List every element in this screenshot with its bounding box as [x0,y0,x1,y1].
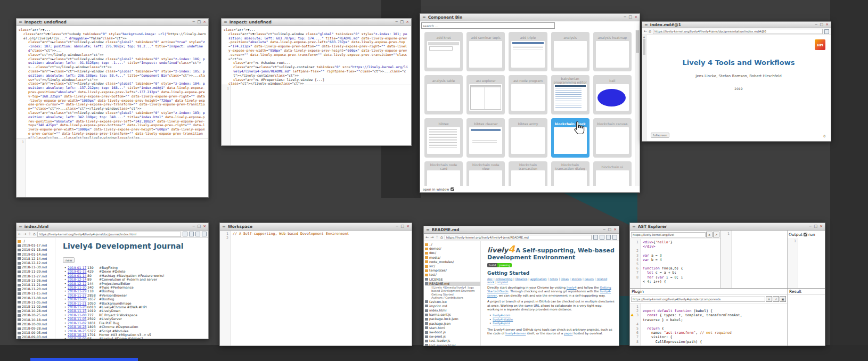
inline-link[interactable]: issues [585,277,594,281]
open-folder-icon[interactable] [189,232,194,236]
file-item[interactable]: index.html [425,308,480,313]
window-titlebar[interactable]: ≡ AST Explorer − □ × [630,223,825,231]
journal-date-link[interactable]: 2018-10-25 [68,329,87,333]
new-file-icon[interactable] [824,29,829,34]
window-readme[interactable]: ≡ README.md − □ × ← → ↑ ⌂ ../ demos/ [423,226,619,346]
back-icon[interactable]: ← [425,235,429,240]
component-card[interactable]: blockchain canvas [593,118,632,158]
journal-date-link[interactable]: 2018-11-27 [68,293,87,297]
file-item[interactable]: node_modules/ [425,260,480,264]
file-item[interactable]: 2018-09-03.md [18,335,55,339]
component-card[interactable]: blockchain ui [593,161,632,186]
file-item[interactable]: 2018-10-28.md [18,309,55,313]
window-component-bin[interactable]: ≡ Component Bin − □ × add knot add semin… [420,13,640,193]
url-input[interactable] [37,232,181,237]
inline-link[interactable]: paper [564,332,573,335]
open-folder-icon[interactable] [600,235,604,240]
component-card[interactable]: ast node program [509,75,547,114]
ast-tree-pane[interactable]: 1​ [721,231,788,288]
new-file-icon[interactable] [593,235,598,240]
window-presentation[interactable]: ≡ index.md#@1 − □ × ← ⌂ ▲ HPI Lively 4 T… [642,21,831,142]
journal-date-link[interactable]: 2019-01-15 [68,269,87,273]
window-inspector-1[interactable]: ≡ Inspect: undefined − □ × class="arr">▼… [16,18,209,198]
new-file-icon[interactable] [183,232,187,236]
source-url-input[interactable] [631,232,706,237]
window-menu-icon[interactable]: ≡ [222,225,226,229]
close-icon[interactable]: × [406,225,410,228]
plugin-editor[interactable]: 123​45678​export default function (babel… [630,303,787,346]
window-titlebar[interactable]: ≡ Inspect: undefined − □ × [222,19,411,26]
minimize-icon[interactable]: − [395,20,398,24]
window-titlebar[interactable]: ≡ README.md − □ × [424,226,619,234]
file-item[interactable]: 2018-11-08.md [18,296,55,300]
window-inspector-2[interactable]: ≡ Inspect: undefined − □ × class="arr">▼… [221,18,412,146]
repo-link[interactable]: lively4-core [493,314,510,317]
ast-pane-editor[interactable]: 1​ [721,231,787,288]
journal-date-link[interactable]: 2019-01-14 [68,274,87,277]
save-icon[interactable] [606,235,611,240]
file-item[interactable]: 2018-11-02.md [18,305,55,309]
minimize-icon[interactable]: − [192,20,195,24]
fullscreen-button[interactable]: fullscreen [651,133,669,138]
url-input[interactable] [653,29,823,34]
component-card[interactable]: analysis [551,32,589,71]
scrollbar[interactable]: ▲ [642,35,646,141]
back-icon[interactable]: ← [18,232,21,236]
file-item[interactable]: src/ [425,264,480,268]
journal-date-link[interactable]: 2018-11-08 [68,313,87,317]
inline-link[interactable]: lively4 [567,286,577,289]
search-input[interactable] [421,22,555,29]
journal-date-link[interactable]: 2018-11-20 [68,305,87,309]
component-card[interactable]: babylonian programming editor [551,75,589,114]
inline-link[interactable]: libraries [515,277,528,281]
file-item[interactable]: 2018-11-30.md [18,265,55,269]
file-item[interactable]: media/ [425,256,480,260]
journal-date-link[interactable]: 2018-10-18 [68,333,87,337]
file-item[interactable]: ../ [18,239,55,243]
journal-date-link[interactable]: 2018-11-15 [68,309,87,313]
save-icon[interactable]: ▣ [780,296,786,302]
dom-inspector-tree[interactable]: class="arr">▼...class="arr">▼class="ct">… [222,26,411,85]
file-item[interactable]: 2018-11-29.md [18,269,55,274]
close-icon[interactable]: × [406,20,409,24]
journal-date-link[interactable]: 2019-01-17 [68,266,87,269]
minimize-icon[interactable]: − [815,23,818,27]
component-card[interactable]: analysis table [424,75,463,114]
minimize-icon[interactable]: − [192,225,195,228]
file-item[interactable]: 2019-01-15.md [18,248,55,252]
window-titlebar[interactable]: ≡ Inspect: undefined − □ × [17,19,208,26]
workspace-editor[interactable]: 12// A Self-supporting, Web-based Develo… [220,231,412,346]
maximize-icon[interactable]: □ [629,15,633,19]
component-card[interactable]: blockchain node card [424,161,463,186]
component-card[interactable]: blockchain node view [466,161,505,186]
file-item[interactable]: LICENSE [425,277,480,282]
maximize-icon[interactable]: □ [401,225,405,228]
window-menu-icon[interactable]: ≡ [422,15,426,20]
file-item[interactable]: package-lock.json [425,317,480,321]
window-titlebar[interactable]: ≡ index.md#@1 − □ × [642,22,831,28]
readme-links-row[interactable]: doc | onboarding | libraries | applicati… [487,277,615,284]
close-icon[interactable]: × [825,23,829,27]
repo-link[interactable]: lively4-stable [493,318,513,322]
open-external-icon[interactable]: ↗ [713,232,719,237]
inline-link[interactable]: ideas [561,277,569,281]
file-item[interactable]: 2018-09-05.md [18,331,55,335]
file-item[interactable]: demos/ [425,247,480,251]
file-item[interactable]: 2018-11-26.md [18,278,55,283]
forward-icon[interactable]: → [430,235,433,240]
close-icon[interactable]: × [203,20,206,24]
file-item[interactable]: imprint.md [425,304,480,308]
file-item[interactable]: test-loader.js [425,339,480,343]
component-card[interactable]: add seminar topic [466,32,505,71]
window-ast-explorer[interactable]: ≡ AST Explorer − □ × ⋔ ↗ 1​2345678​<div>… [629,223,825,346]
window-menu-icon[interactable]: ≡ [19,20,22,24]
journal-date-link[interactable]: 2018-11-30 [68,285,87,289]
file-item[interactable]: 2018-11-21.md [18,283,55,287]
file-item[interactable]: package.json [425,322,480,326]
open-in-window-checkbox[interactable] [451,187,454,191]
inspector-code-pane[interactable]: 1 [222,85,411,145]
journal-date-link[interactable]: 2018-12-14 [68,277,87,281]
inline-link[interactable]: imprint [497,281,508,284]
close-icon[interactable]: × [613,228,617,232]
source-editor[interactable]: 1​2345678​<div>{'hello'}</div>​var a = 3… [630,239,720,288]
